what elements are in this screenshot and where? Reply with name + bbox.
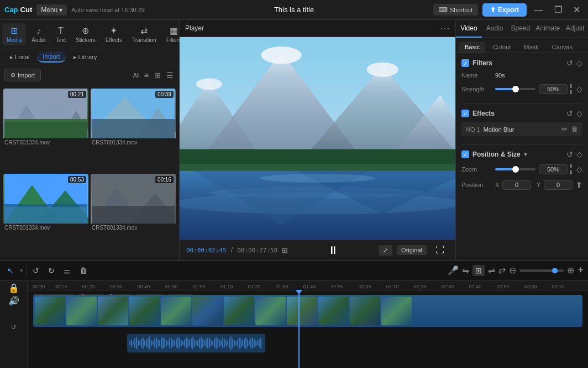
- delete-button[interactable]: 🗑: [77, 265, 90, 277]
- player-viewport[interactable]: [180, 37, 455, 240]
- position-x-value[interactable]: 0: [502, 180, 531, 190]
- track-thumb: [224, 297, 254, 325]
- tab-effects[interactable]: ✦ Effects: [101, 23, 127, 45]
- waveform-bar: [148, 338, 149, 348]
- export-icon: ⬆: [490, 6, 496, 14]
- expand-button[interactable]: ⛶: [431, 243, 449, 257]
- filters-reset-button[interactable]: ↺: [566, 59, 573, 68]
- sub-tab-mask[interactable]: Mask: [518, 42, 544, 53]
- ruler-label: 03:00: [524, 284, 537, 289]
- audio-track[interactable]: Speed 2.0x Audio.aac 00:00:00 // Will be…: [127, 334, 265, 353]
- tab-adjust[interactable]: Adjust: [562, 20, 588, 38]
- sort-icon[interactable]: ≡: [143, 70, 150, 81]
- nav-import[interactable]: Import: [37, 51, 65, 63]
- player-menu-button[interactable]: ⋯: [440, 22, 450, 34]
- export-button[interactable]: ⬆ Export: [482, 3, 527, 17]
- zoom-slider[interactable]: [495, 168, 536, 170]
- fullscreen-button[interactable]: ⤢: [379, 245, 392, 256]
- waveform-bar: [131, 339, 132, 347]
- track-thumb: [129, 297, 160, 325]
- original-button[interactable]: Original: [397, 245, 427, 255]
- zoom-in-button[interactable]: ⊕: [567, 265, 574, 276]
- restore-button[interactable]: ❐: [551, 3, 565, 16]
- position-size-diamond-button[interactable]: ◇: [576, 150, 582, 159]
- effect-edit-button[interactable]: ✏: [561, 125, 568, 133]
- position-size-checkbox[interactable]: ✓: [461, 151, 469, 158]
- grid-overlay-icon[interactable]: ⊞: [282, 246, 288, 255]
- strength-diamond-button[interactable]: ◇: [576, 85, 582, 94]
- effects-diamond-button[interactable]: ◇: [576, 109, 582, 118]
- menu-button[interactable]: Menu ▾: [36, 4, 67, 15]
- grid-view-icon[interactable]: ⊞: [153, 70, 162, 81]
- filters-header: ✓ Filters ↺ ◇: [461, 59, 582, 68]
- tab-media[interactable]: ⊞ Media: [2, 23, 26, 45]
- nav-local[interactable]: ▸ Local: [4, 52, 35, 63]
- project-title[interactable]: This is a title: [274, 6, 314, 14]
- import-button[interactable]: ⊕ Import: [4, 69, 41, 81]
- shortcut-button[interactable]: ⌨ Shortcut: [433, 4, 478, 15]
- link-button-4[interactable]: ⇄: [498, 265, 506, 276]
- tab-text[interactable]: T Text: [51, 24, 70, 45]
- position-size-reset-button[interactable]: ↺: [566, 150, 573, 159]
- playhead[interactable]: [298, 291, 300, 368]
- zoom-slider[interactable]: [519, 269, 564, 272]
- close-button[interactable]: ✕: [570, 3, 584, 16]
- tab-audio-prop[interactable]: Audio: [482, 20, 508, 38]
- list-item[interactable]: 00:53 CRST001334.mov: [3, 174, 88, 257]
- position-expand-button[interactable]: ⬆: [576, 180, 582, 189]
- position-y-value[interactable]: 0: [544, 180, 573, 190]
- strength-thumb[interactable]: [512, 86, 519, 92]
- filters-diamond-button[interactable]: ◇: [576, 59, 582, 68]
- tab-audio[interactable]: ♪ Audio: [27, 24, 50, 45]
- tab-transition[interactable]: ⇄ Transition: [128, 23, 161, 45]
- position-y-label: Y: [537, 182, 540, 188]
- sub-tab-basic[interactable]: Basic: [459, 42, 485, 53]
- list-item[interactable]: 00:39 CRST001334.mov: [91, 89, 176, 172]
- track-audio-button[interactable]: 🔊: [8, 296, 19, 306]
- tab-video[interactable]: Video: [456, 20, 482, 38]
- timeline-area[interactable]: 00:00 00:10 00:20 00:30 00:40 00:50 01:0…: [28, 281, 588, 368]
- text-label: Text: [56, 37, 66, 43]
- name-value: 90s: [495, 72, 505, 79]
- nav-library[interactable]: ▸ Library: [68, 52, 103, 63]
- effect-delete-button[interactable]: 🗑: [571, 125, 578, 133]
- zoom-value[interactable]: 50%: [539, 164, 568, 174]
- add-track-button[interactable]: +: [578, 265, 584, 276]
- strength-slider[interactable]: [495, 88, 536, 90]
- cursor-tool-button[interactable]: ↖: [4, 265, 17, 277]
- redo-button[interactable]: ↻: [45, 265, 57, 277]
- filters-checkbox[interactable]: ✓: [461, 59, 469, 67]
- sub-tab-cutout[interactable]: Cutout: [487, 42, 516, 53]
- minimize-button[interactable]: —: [531, 4, 547, 16]
- effects-reset-button[interactable]: ↺: [566, 109, 573, 118]
- list-item[interactable]: 00:16 CRST001334.mov: [91, 174, 176, 257]
- link-button-3[interactable]: ⇌: [488, 265, 495, 276]
- play-pause-button[interactable]: ⏸: [328, 244, 339, 257]
- link-button-2[interactable]: ⊞: [473, 265, 485, 276]
- undo-button[interactable]: ↺: [30, 265, 42, 277]
- waveform-bar: [194, 339, 195, 347]
- zoom-out-button[interactable]: ⊖: [509, 265, 516, 276]
- effects-checkbox[interactable]: ✓: [461, 110, 469, 117]
- sub-tab-canvas[interactable]: Canvas: [547, 42, 578, 53]
- zoom-slider-thumb[interactable]: [552, 268, 558, 273]
- tab-speed[interactable]: Speed: [508, 20, 534, 38]
- track-lock-button[interactable]: 🔒: [8, 283, 19, 293]
- list-item[interactable]: 00:21 CRST001334.mov: [3, 89, 88, 172]
- link-button-1[interactable]: ⇋: [462, 265, 469, 276]
- position-size-expand-icon[interactable]: ▾: [524, 151, 527, 158]
- main-video-track[interactable]: [33, 295, 582, 327]
- split-button[interactable]: ⚌: [61, 265, 74, 277]
- track-thumb: [287, 297, 317, 325]
- zoom-thumb[interactable]: [512, 166, 519, 173]
- zoom-diamond-button[interactable]: ◇: [576, 165, 582, 174]
- waveform-bar: [239, 338, 240, 349]
- mic-button[interactable]: 🎤: [448, 265, 459, 276]
- effects-section: ✓ Effects ↺ ◇ NO 1 Motion Blur ✏ 🗑: [461, 109, 582, 136]
- waveform-bar: [221, 340, 222, 346]
- tab-animate[interactable]: Animate: [533, 20, 562, 38]
- track-extra-button[interactable]: ↺: [11, 324, 16, 331]
- tab-stickers[interactable]: ⊕ Stickers: [71, 23, 100, 45]
- strength-value[interactable]: 50%: [539, 84, 568, 94]
- list-view-icon[interactable]: ☰: [165, 70, 175, 81]
